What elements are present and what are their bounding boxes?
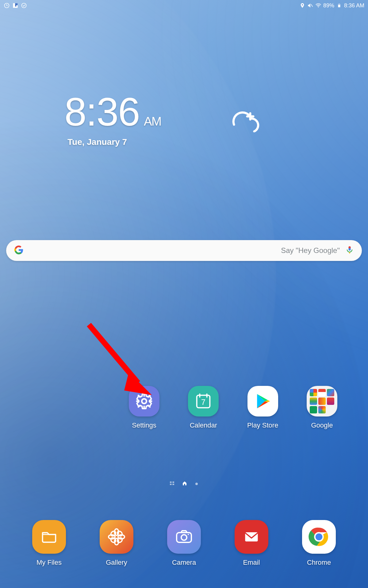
folder-icon — [310, 389, 334, 413]
svg-point-4 — [22, 3, 26, 8]
cloud-plus-icon — [223, 105, 263, 132]
app-calendar[interactable]: 7 Calendar — [176, 386, 231, 429]
sync-icon — [4, 2, 10, 9]
svg-rect-26 — [172, 484, 174, 485]
location-icon — [299, 2, 305, 9]
svg-rect-25 — [170, 484, 172, 485]
dock-gallery[interactable]: Gallery — [86, 520, 147, 567]
svg-point-33 — [117, 537, 123, 544]
flipboard-icon — [12, 2, 18, 9]
chrome-icon — [308, 526, 330, 548]
apps-drawer-indicator-icon[interactable] — [170, 481, 174, 487]
camera-icon — [174, 527, 194, 547]
app-label: Calendar — [190, 421, 217, 429]
clock-date: Tue, January 7 — [67, 137, 161, 147]
wallpaper — [0, 0, 368, 588]
svg-rect-14 — [349, 246, 351, 248]
svg-rect-9 — [339, 4, 340, 4]
app-label: Play Store — [247, 421, 278, 429]
app-label: Gallery — [106, 559, 127, 567]
status-time: 8:36 AM — [344, 2, 364, 9]
svg-rect-24 — [172, 481, 174, 483]
app-label: Chrome — [307, 559, 331, 567]
svg-point-27 — [195, 483, 198, 485]
svg-point-37 — [181, 535, 187, 540]
app-play-store[interactable]: Play Store — [235, 386, 290, 429]
svg-point-35 — [110, 537, 117, 544]
flower-icon — [107, 527, 126, 546]
page-indicator[interactable] — [0, 481, 368, 487]
svg-line-6 — [311, 4, 312, 7]
dock: My Files Gallery — [18, 520, 350, 567]
folder-icon — [40, 527, 59, 546]
dock-chrome[interactable]: Chrome — [288, 520, 350, 567]
clock-ampm: AM — [144, 115, 161, 127]
battery-icon — [336, 2, 342, 9]
svg-point-38 — [188, 534, 189, 535]
svg-point-34 — [117, 530, 123, 537]
dock-my-files[interactable]: My Files — [18, 520, 80, 567]
dock-email[interactable]: Email — [221, 520, 282, 567]
app-label: Email — [243, 559, 260, 567]
app-label: Camera — [172, 559, 196, 567]
search-placeholder: Say "Hey Google" — [23, 246, 345, 255]
mic-icon[interactable] — [345, 246, 354, 255]
svg-point-5 — [302, 4, 303, 6]
update-icon — [21, 2, 27, 9]
google-search-bar[interactable]: Say "Hey Google" — [6, 240, 362, 261]
wifi-icon — [315, 2, 321, 9]
svg-rect-10 — [338, 4, 340, 5]
mute-icon — [307, 2, 313, 9]
clock-time: 8:36 — [64, 92, 140, 132]
svg-point-32 — [110, 530, 117, 537]
calendar-icon: 7 — [194, 392, 213, 411]
svg-text:7: 7 — [201, 398, 205, 406]
battery-pct: 89% — [323, 2, 334, 9]
svg-rect-36 — [177, 533, 191, 542]
envelope-icon — [242, 528, 261, 546]
weather-widget[interactable] — [223, 105, 263, 134]
app-google-folder[interactable]: Google — [294, 386, 350, 429]
page-dot-icon[interactable] — [195, 481, 198, 487]
svg-rect-3 — [15, 5, 16, 6]
home-indicator-icon[interactable] — [182, 481, 187, 487]
svg-point-7 — [318, 7, 319, 8]
svg-rect-2 — [15, 3, 17, 6]
app-label: Google — [311, 421, 333, 429]
annotation-arrow — [83, 318, 156, 399]
dock-camera[interactable]: Camera — [153, 520, 215, 567]
app-label: My Files — [36, 559, 62, 567]
google-g-icon — [14, 245, 23, 256]
svg-rect-39 — [245, 532, 258, 541]
svg-rect-23 — [170, 481, 172, 483]
svg-point-17 — [142, 399, 146, 403]
clock-widget[interactable]: 8:36 AM Tue, January 7 — [64, 92, 161, 147]
status-bar[interactable]: 89% 8:36 AM — [0, 0, 368, 11]
app-label: Settings — [132, 421, 156, 429]
play-store-icon — [254, 393, 271, 410]
